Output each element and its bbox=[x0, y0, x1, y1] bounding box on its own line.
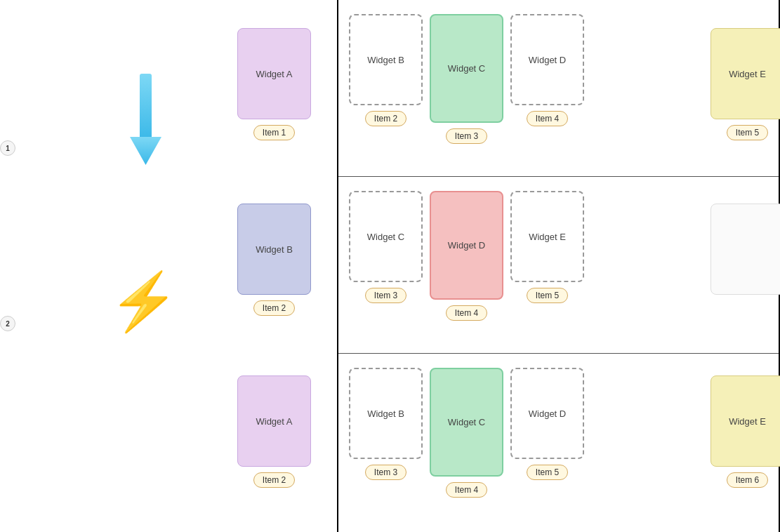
item-badge-5-row3: Item 5 bbox=[527, 465, 568, 480]
lightning-bolt: ⚡ bbox=[130, 260, 158, 344]
inner-widget-c-row3: Widget C Item 4 bbox=[430, 368, 503, 498]
item-badge-3-row2: Item 3 bbox=[365, 288, 406, 303]
item-badge-3-row1: Item 3 bbox=[446, 128, 487, 144]
widget-c-card-row2: Widget C bbox=[349, 191, 423, 282]
widget-b-card-row1: Widget B bbox=[349, 14, 423, 105]
outside-widget-a-row3: Widget A Item 2 bbox=[237, 375, 311, 488]
item-badge-5-row2: Item 5 bbox=[527, 288, 568, 303]
inner-widget-d-row2: Widget D Item 4 bbox=[430, 191, 503, 321]
inner-widget-b-row3: Widget B Item 3 bbox=[349, 368, 423, 480]
widget-d-card-row1: Widget D bbox=[510, 14, 584, 105]
outside-widget-b-row2: Widget B Item 2 bbox=[237, 204, 311, 316]
outside-widget-e-row1: Widget E Item 5 bbox=[710, 28, 780, 140]
item-badge-2-row2-left: Item 2 bbox=[253, 300, 295, 316]
inner-widget-c-row2: Widget C Item 3 bbox=[349, 191, 423, 303]
arrow-svg bbox=[130, 74, 161, 165]
widget-e-card-row2: Widget E bbox=[510, 191, 584, 282]
step-badge-2: 2 bbox=[0, 316, 15, 331]
inner-widget-d-row1: Widget D Item 4 bbox=[510, 14, 584, 126]
inner-widget-b-row1: Widget B Item 2 bbox=[349, 14, 423, 126]
item-badge-4-row2: Item 4 bbox=[446, 305, 487, 321]
inner-widget-c-row1: Widget C Item 3 bbox=[430, 14, 503, 144]
inner-widget-d-row3: Widget D Item 5 bbox=[510, 368, 584, 480]
outside-widget-e-row3: Widget E Item 6 bbox=[710, 375, 780, 488]
item-badge-4-row3: Item 4 bbox=[446, 482, 487, 498]
svg-rect-0 bbox=[140, 74, 152, 140]
inner-widget-e-row2: Widget E Item 5 bbox=[510, 191, 584, 303]
widget-e-card-row3: Widget E bbox=[710, 375, 780, 467]
widget-b-card-row2-left: Widget B bbox=[237, 204, 311, 295]
widget-b-card-row3: Widget B bbox=[349, 368, 423, 459]
outside-widget-empty-row2 bbox=[710, 204, 780, 295]
item-badge-4-row1: Item 4 bbox=[527, 111, 568, 126]
widget-c-card-row1: Widget C bbox=[430, 14, 503, 123]
item-badge-5-row1-right: Item 5 bbox=[727, 125, 768, 140]
item-badge-2-row3-left: Item 2 bbox=[253, 472, 295, 488]
widget-e-card-row1: Widget E bbox=[710, 28, 780, 119]
widget-c-card-row3: Widget C bbox=[430, 368, 503, 477]
item-badge-3-row3: Item 3 bbox=[365, 465, 406, 480]
item-badge-2-row1: Item 2 bbox=[365, 111, 406, 126]
outside-widget-a-row1: Widget A Item 1 bbox=[237, 28, 311, 140]
item-badge-1-row1: Item 1 bbox=[253, 125, 295, 140]
widget-d-card-row2: Widget D bbox=[430, 191, 503, 300]
widget-a-card-row3: Widget A bbox=[237, 375, 311, 467]
item-badge-6-row3-right: Item 6 bbox=[727, 472, 768, 488]
step-badge-1: 1 bbox=[0, 140, 15, 156]
widget-d-card-row3: Widget D bbox=[510, 368, 584, 459]
widget-empty-row2 bbox=[710, 204, 780, 295]
svg-marker-1 bbox=[130, 137, 161, 165]
arrow-down bbox=[130, 74, 161, 167]
main-container: 1 2 ⚡ Widget B Item 2 bbox=[0, 0, 780, 532]
widget-a-card-row1: Widget A bbox=[237, 28, 311, 119]
